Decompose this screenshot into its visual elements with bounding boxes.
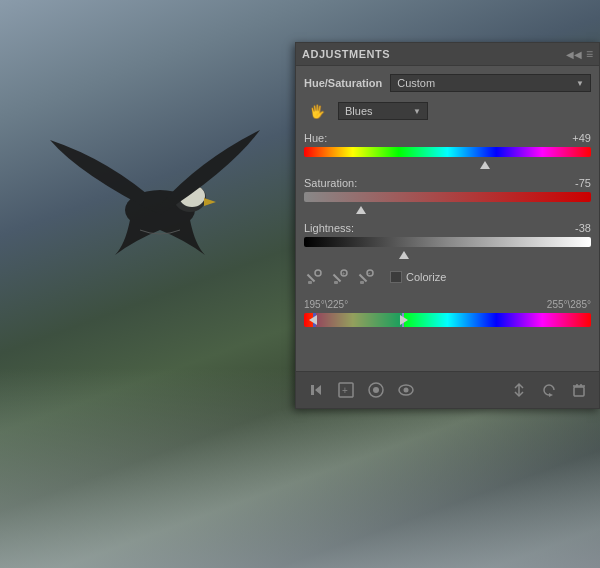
lightness-thumb[interactable] <box>399 251 409 259</box>
svg-point-22 <box>404 388 409 393</box>
lightness-gradient-bar <box>304 237 591 247</box>
colorize-area: Colorize <box>390 271 446 283</box>
range-right-label: 255°\285° <box>547 299 591 310</box>
range-left-label: 195°\225° <box>304 299 348 310</box>
saturation-label: Saturation: <box>304 177 357 189</box>
hue-slider-row: Hue: +49 <box>304 132 591 165</box>
collapse-arrows[interactable]: ◀◀ <box>566 49 582 60</box>
channel-label: Blues <box>345 105 373 117</box>
spacer <box>304 333 591 363</box>
eyedropper-subtract-button[interactable]: - <box>356 267 376 287</box>
svg-marker-23 <box>549 393 553 397</box>
lightness-slider-row: Lightness: -38 <box>304 222 591 255</box>
svg-rect-8 <box>333 274 341 282</box>
channel-dropdown[interactable]: Blues ▼ <box>338 102 428 120</box>
adjustment-type-label: Hue/Saturation <box>304 77 382 89</box>
eyedropper-set-button[interactable] <box>304 267 324 287</box>
lightness-slider-track[interactable] <box>304 237 591 255</box>
lightness-label: Lightness: <box>304 222 354 234</box>
svg-rect-7 <box>334 281 338 284</box>
preset-dropdown[interactable]: Custom ▼ <box>390 74 591 92</box>
svg-text:🖐: 🖐 <box>309 103 326 120</box>
adjustment-header-row: Hue/Saturation Custom ▼ <box>304 74 591 92</box>
preset-label: Custom <box>397 77 435 89</box>
hue-value: +49 <box>561 132 591 144</box>
hue-label-row: Hue: +49 <box>304 132 591 144</box>
svg-rect-4 <box>308 281 312 284</box>
saturation-thumb[interactable] <box>356 206 366 214</box>
colorize-checkbox[interactable] <box>390 271 402 283</box>
toolbar-right <box>507 378 591 402</box>
reset-button[interactable] <box>537 378 561 402</box>
svg-rect-11 <box>360 281 364 284</box>
svg-marker-15 <box>315 385 321 395</box>
new-adjustment-button[interactable]: + <box>334 378 358 402</box>
hue-gradient-bar <box>304 147 591 157</box>
eyedropper-add-button[interactable]: + <box>330 267 350 287</box>
saturation-label-row: Saturation: -75 <box>304 177 591 189</box>
hue-thumb[interactable] <box>480 161 490 169</box>
svg-rect-16 <box>311 385 314 395</box>
saturation-gradient-bar <box>304 192 591 202</box>
hue-slider-track[interactable] <box>304 147 591 165</box>
spectrum-wrapper <box>304 313 591 327</box>
hand-tool-icon[interactable]: 🖐 <box>304 100 332 122</box>
tools-channel-row: 🖐 Blues ▼ <box>304 100 591 122</box>
svg-point-6 <box>315 270 321 276</box>
eyedropper-row: + - Colorize <box>304 267 591 287</box>
saturation-value: -75 <box>561 177 591 189</box>
saturation-slider-row: Saturation: -75 <box>304 177 591 210</box>
hue-label: Hue: <box>304 132 327 144</box>
panel-body: Hue/Saturation Custom ▼ 🖐 Blues ▼ Hu <box>296 66 599 371</box>
eye-button[interactable] <box>364 378 388 402</box>
back-button[interactable] <box>304 378 328 402</box>
hand-tool-svg: 🖐 <box>307 100 329 122</box>
spectrum-bar-container <box>304 313 591 327</box>
blue-range-overlay[interactable] <box>313 313 405 327</box>
delete-button[interactable] <box>567 378 591 402</box>
visibility-button[interactable] <box>394 378 418 402</box>
svg-text:+: + <box>342 385 348 396</box>
eagle-silhouette <box>30 80 290 300</box>
panel-title: ADJUSTMENTS <box>302 48 390 60</box>
range-right-handle[interactable] <box>400 315 408 325</box>
panel-controls: ◀◀ ≡ <box>566 47 593 61</box>
svg-rect-24 <box>574 387 584 396</box>
svg-text:+: + <box>342 270 346 276</box>
panel-titlebar: ADJUSTMENTS ◀◀ ≡ <box>296 43 599 66</box>
lightness-value: -38 <box>561 222 591 234</box>
adjustments-panel: ADJUSTMENTS ◀◀ ≡ Hue/Saturation Custom ▼… <box>295 42 600 409</box>
svg-rect-5 <box>307 274 315 282</box>
svg-rect-12 <box>359 274 367 282</box>
channel-dropdown-arrow: ▼ <box>413 107 421 116</box>
svg-point-20 <box>373 387 379 393</box>
toolbar-left: + <box>304 378 418 402</box>
range-labels-row: 195°\225° 255°\285° <box>304 299 591 310</box>
colorize-label: Colorize <box>406 271 446 283</box>
lightness-label-row: Lightness: -38 <box>304 222 591 234</box>
bottom-toolbar: + <box>296 371 599 408</box>
range-left-handle[interactable] <box>309 315 317 325</box>
preset-dropdown-arrow: ▼ <box>576 79 584 88</box>
clip-button[interactable] <box>507 378 531 402</box>
menu-icon[interactable]: ≡ <box>586 47 593 61</box>
saturation-slider-track[interactable] <box>304 192 591 210</box>
